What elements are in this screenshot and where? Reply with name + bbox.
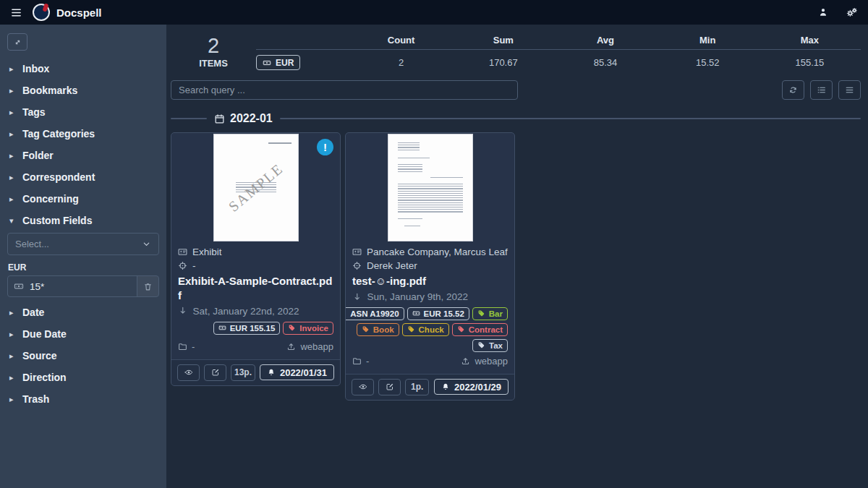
preview-text-block [398,156,430,159]
menu-toggle-icon[interactable] [10,7,22,19]
money-badge: EUR 15.52 [407,307,469,320]
list-view-button[interactable] [810,80,833,100]
money-icon [218,324,226,332]
custom-field-select[interactable]: Select... [7,233,159,255]
edit-icon [211,368,220,377]
caret-right-icon: ▸ [9,151,15,160]
money-badge: EUR 155.15 [213,322,281,335]
edit-button[interactable] [378,379,401,395]
item-card[interactable]: SAMPLE ! Exhibit - Exhibit-A-Sample-Cont… [171,132,341,386]
search-input[interactable] [171,80,518,100]
item-date-line: Sat, January 22nd, 2022 [178,306,333,317]
list-icon [817,85,826,95]
sidebar-item-trash[interactable]: ▸ Trash [0,388,166,410]
caret-right-icon: ▸ [9,108,15,117]
folder-icon [178,342,187,351]
divider [280,118,861,119]
stat-avg-value: 85.34 [554,57,656,68]
preview-page [388,134,472,241]
caret-right-icon: ▸ [9,373,15,382]
preview-button[interactable] [352,379,374,395]
tag-badge[interactable]: Contract [452,323,508,336]
due-date-badge: 2022/01/31 [260,364,334,380]
sidebar-item-direction[interactable]: ▸ Direction [0,367,166,388]
currency-stats-table: Count Sum Avg Min Max EUR 2 170.67 [256,35,861,70]
custom-field-eur-value: 15* [30,276,137,296]
tag-badge[interactable]: Invoice [283,322,333,335]
address-card-icon [352,247,362,257]
tag-badge[interactable]: Bar [472,307,508,320]
sidebar-item-source[interactable]: ▸ Source [0,345,166,367]
refresh-button[interactable] [782,80,804,100]
item-title[interactable]: Exhibit-A-Sample-Contract.pdf [178,274,333,303]
item-card[interactable]: Pancake Company, Marcus Leaf Derek Jeter… [345,132,515,401]
custom-fields-panel: Select... EUR 15* [0,231,166,301]
correspondent-line: Pancake Company, Marcus Leaf [352,247,508,257]
items-label: ITEMS [171,58,256,69]
col-min: Min [657,35,759,46]
stat-sum-value: 170.67 [452,57,554,68]
folder-icon [352,356,362,366]
due-date-badge: 2022/01/29 [434,379,509,395]
trash-icon [143,282,153,291]
stats-bar: 2 ITEMS Count Sum Avg Min Max EUR [171,32,861,73]
calendar-icon [214,114,225,124]
preview-page: SAMPLE [214,134,298,241]
edit-button[interactable] [204,364,226,381]
month-group-header: 2022-01 [171,112,861,125]
sidebar-item-inbox[interactable]: ▸ Inbox [0,58,166,80]
custom-field-eur-input[interactable]: 15* [7,275,159,297]
page-count-badge: 1p. [405,379,429,395]
item-title[interactable]: test-☺-ing.pdf [352,274,508,288]
sidebar-item-concerning[interactable]: ▸ Concerning [0,188,166,210]
col-count: Count [350,35,452,46]
col-max: Max [759,35,861,46]
menu-view-button[interactable] [838,80,861,100]
divider [171,118,207,119]
brand[interactable]: Docspell [33,4,102,21]
upload-icon [461,356,470,366]
tag-badge[interactable]: Book [357,323,399,336]
main-content: 2 ITEMS Count Sum Avg Min Max EUR [166,25,868,488]
sidebar-item-correspondent[interactable]: ▸ Correspondent [0,166,166,188]
group-date: 2022-01 [230,112,273,125]
sidebar-item-tags[interactable]: ▸ Tags [0,101,166,123]
caret-right-icon: ▸ [9,395,15,404]
caret-right-icon: ▸ [9,351,15,361]
preview-text-block [404,224,420,226]
col-avg: Avg [554,35,656,46]
clear-field-button[interactable] [137,276,158,296]
tag-icon [407,325,415,333]
document-preview[interactable] [346,133,514,241]
alert-icon: ! [317,139,333,155]
tag-badge[interactable]: Tax [472,339,508,352]
asn-bars-icon [345,309,346,317]
stat-max-value: 155.15 [759,57,861,68]
sidebar-item-custom-fields[interactable]: ▾ Custom Fields [0,210,166,231]
bell-icon [267,368,276,377]
sidebar-expand-button[interactable] [7,33,27,51]
tag-icon [457,325,465,333]
arrow-down-icon [352,292,362,302]
user-icon[interactable] [817,7,829,18]
folder-info: - [178,341,195,352]
money-icon [8,276,30,296]
item-date-line: Sun, January 9th, 2022 [352,291,508,302]
sidebar-item-due-date[interactable]: ▸ Due Date [0,323,166,345]
sidebar-item-bookmarks[interactable]: ▸ Bookmarks [0,80,166,101]
preview-text-block [398,163,422,172]
sidebar-item-date[interactable]: ▸ Date [0,301,166,323]
sidebar-item-folder[interactable]: ▸ Folder [0,145,166,166]
sidebar-item-tag-categories[interactable]: ▸ Tag Categories [0,123,166,145]
tag-icon [477,309,485,317]
caret-right-icon: ▸ [9,330,15,339]
caret-right-icon: ▸ [9,129,15,139]
bars-icon [845,85,854,95]
settings-cogs-icon[interactable] [846,7,858,18]
tag-badge[interactable]: Chuck [402,323,449,336]
document-preview[interactable]: SAMPLE ! [171,133,340,241]
currency-badge: EUR [256,55,300,70]
docspell-logo-icon [33,4,50,21]
edit-icon [386,382,394,391]
preview-button[interactable] [177,364,200,381]
